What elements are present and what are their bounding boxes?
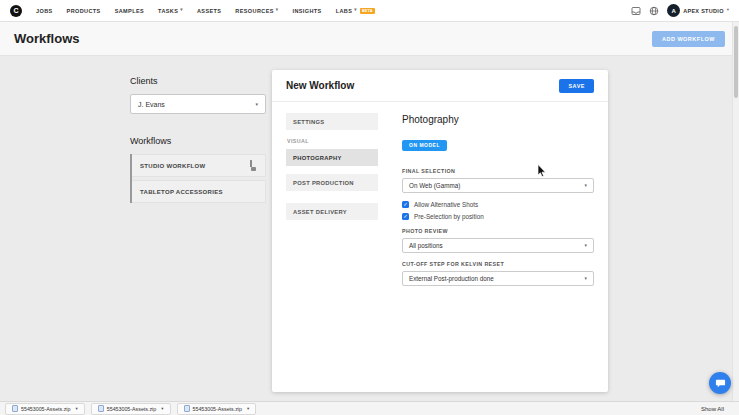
- nav-item-samples[interactable]: SAMPLES: [115, 8, 144, 14]
- top-nav: C JOBS PRODUCTS SAMPLES TASKS▾ ASSETS RE…: [0, 0, 739, 22]
- download-item[interactable]: 55453005-Assets.zip ▾: [5, 403, 85, 415]
- client-select[interactable]: J. Evans ▾: [130, 94, 266, 114]
- lock-icon: [250, 161, 257, 171]
- chat-button[interactable]: [709, 372, 731, 394]
- left-sidebar: Clients J. Evans ▾ Workflows STUDIO WORK…: [130, 76, 266, 206]
- account-name: APEX STUDIO: [683, 8, 724, 14]
- workflow-item-label: TABLETOP ACCESSORIES: [140, 189, 223, 195]
- nav-item-label: JOBS: [36, 8, 53, 14]
- workflow-item-label: STUDIO WORKFLOW: [140, 163, 206, 169]
- card-body: SETTINGS VISUAL PHOTOGRAPHY POST PRODUCT…: [272, 102, 608, 297]
- nav-right-controls: A APEX STUDIO ▾: [631, 4, 729, 17]
- nav-item-label: INSIGHTS: [292, 8, 321, 14]
- photo-review-value: All positions: [409, 242, 443, 249]
- chevron-down-icon: ▾: [180, 8, 183, 13]
- visual-group-label: VISUAL: [287, 138, 378, 144]
- pre-selection-by-position-checkbox[interactable]: ✓ Pre-Selection by position: [402, 213, 594, 220]
- checkbox-checked-icon: ✓: [402, 201, 409, 208]
- card-title: New Workflow: [286, 80, 354, 91]
- chevron-down-icon: ▾: [255, 101, 258, 107]
- workflow-list-item-tabletop-accessories[interactable]: TABLETOP ACCESSORIES: [132, 180, 266, 203]
- nav-item-label: ASSETS: [197, 8, 221, 14]
- panel-title: Photography: [402, 114, 594, 125]
- zip-file-icon: [98, 405, 104, 412]
- nav-item-label: PRODUCTS: [67, 8, 101, 14]
- tab-photography[interactable]: PHOTOGRAPHY: [286, 149, 378, 166]
- client-select-value: J. Evans: [138, 101, 165, 108]
- download-filename: 55453005-Assets.zip: [193, 406, 242, 412]
- chevron-down-icon: ▾: [585, 183, 587, 188]
- chevron-down-icon: ▾: [354, 8, 357, 13]
- scrollbar-thumb[interactable]: [734, 26, 738, 98]
- chevron-down-icon: ▾: [585, 276, 587, 281]
- clients-title: Clients: [130, 76, 266, 86]
- allow-alternative-shots-checkbox[interactable]: ✓ Allow Alternative Shots: [402, 201, 594, 208]
- final-selection-select[interactable]: On Web (Gamma) ▾: [402, 178, 594, 193]
- tab-asset-delivery[interactable]: ASSET DELIVERY: [286, 203, 378, 220]
- downloads-bar: 55453005-Assets.zip ▾ 55453005-Assets.zi…: [0, 401, 739, 415]
- globe-icon[interactable]: [649, 6, 659, 16]
- checkbox-label: Pre-Selection by position: [414, 213, 484, 220]
- checkbox-label: Allow Alternative Shots: [414, 201, 478, 208]
- avatar: A: [667, 4, 680, 17]
- workflows-title: Workflows: [130, 136, 266, 146]
- nav-item-resources[interactable]: RESOURCES▾: [235, 8, 278, 14]
- tab-settings[interactable]: SETTINGS: [286, 113, 378, 130]
- nav-item-products[interactable]: PRODUCTS: [67, 8, 101, 14]
- nav-item-label: LABS: [336, 8, 353, 14]
- add-workflow-button[interactable]: ADD WORKFLOW: [652, 31, 725, 47]
- download-filename: 55453005-Assets.zip: [21, 406, 70, 412]
- nav-item-jobs[interactable]: JOBS: [36, 8, 53, 14]
- workflow-list-item-studio-workflow[interactable]: STUDIO WORKFLOW: [132, 154, 266, 177]
- beta-badge: BETA: [360, 8, 375, 14]
- workflows-block: Workflows STUDIO WORKFLOW TABLETOP ACCES…: [130, 136, 266, 203]
- nav-item-assets[interactable]: ASSETS: [197, 8, 221, 14]
- chevron-down-icon: ▾: [247, 406, 249, 411]
- cutoff-step-select[interactable]: External Post-production done ▾: [402, 271, 594, 286]
- photo-review-label: PHOTO REVIEW: [402, 228, 594, 234]
- nav-item-labs[interactable]: LABS▾BETA: [336, 8, 375, 14]
- page-title: Workflows: [14, 31, 80, 46]
- final-selection-value: On Web (Gamma): [409, 182, 460, 189]
- nav-item-label: SAMPLES: [115, 8, 144, 14]
- zip-file-icon: [12, 405, 18, 412]
- main-menu: JOBS PRODUCTS SAMPLES TASKS▾ ASSETS RESO…: [36, 8, 375, 14]
- checkbox-checked-icon: ✓: [402, 213, 409, 220]
- chevron-down-icon: ▾: [585, 243, 587, 248]
- photo-review-select[interactable]: All positions ▾: [402, 238, 594, 253]
- download-item[interactable]: 55453005-Assets.zip ▾: [177, 403, 257, 415]
- download-item[interactable]: 55453005-Assets.zip ▾: [91, 403, 171, 415]
- cutoff-step-value: External Post-production done: [409, 275, 494, 282]
- card-header: New Workflow SAVE: [272, 70, 608, 102]
- new-workflow-card: New Workflow SAVE SETTINGS VISUAL PHOTOG…: [272, 70, 608, 392]
- photography-panel: Photography ON MODEL FINAL SELECTION On …: [378, 113, 594, 286]
- chevron-down-icon: ▾: [161, 406, 163, 411]
- workflow-list: STUDIO WORKFLOW TABLETOP ACCESSORIES: [130, 154, 266, 203]
- scrollbar[interactable]: [732, 22, 739, 401]
- account-menu[interactable]: A APEX STUDIO ▾: [667, 4, 729, 17]
- inbox-icon[interactable]: [631, 6, 641, 16]
- chevron-down-icon: ▾: [727, 8, 729, 13]
- download-filename: 55453005-Assets.zip: [107, 406, 156, 412]
- nav-item-label: TASKS: [158, 8, 178, 14]
- final-selection-label: FINAL SELECTION: [402, 168, 594, 174]
- save-button[interactable]: SAVE: [559, 79, 594, 93]
- show-all-downloads-link[interactable]: Show All: [701, 406, 734, 412]
- chevron-down-icon: ▾: [75, 406, 77, 411]
- nav-item-tasks[interactable]: TASKS▾: [158, 8, 183, 14]
- page-header: Workflows ADD WORKFLOW: [0, 22, 739, 56]
- chevron-down-icon: ▾: [276, 8, 279, 13]
- cutoff-step-label: CUT-OFF STEP FOR KELVIN RESET: [402, 261, 594, 267]
- content-area: Clients J. Evans ▾ Workflows STUDIO WORK…: [0, 56, 732, 401]
- checkbox-group: ✓ Allow Alternative Shots ✓ Pre-Selectio…: [402, 201, 594, 220]
- tab-post-production[interactable]: POST PRODUCTION: [286, 174, 378, 191]
- on-model-badge[interactable]: ON MODEL: [402, 140, 447, 151]
- workflow-tabs: SETTINGS VISUAL PHOTOGRAPHY POST PRODUCT…: [286, 113, 378, 286]
- nav-item-label: RESOURCES: [235, 8, 273, 14]
- app-logo[interactable]: C: [10, 5, 22, 17]
- nav-item-insights[interactable]: INSIGHTS: [292, 8, 321, 14]
- zip-file-icon: [184, 405, 190, 412]
- chat-bubble-icon: [715, 378, 726, 389]
